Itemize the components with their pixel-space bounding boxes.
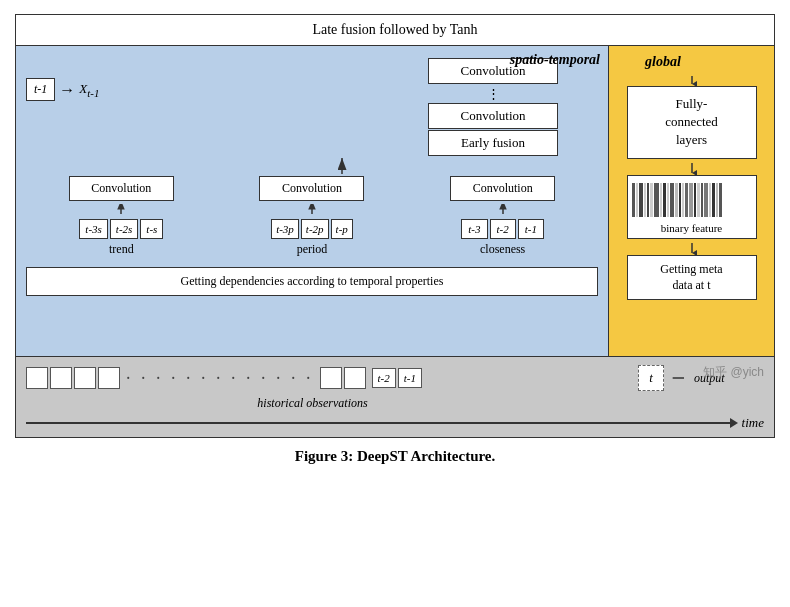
input-var: Xt-1: [79, 81, 99, 99]
watermark: 知乎 @yich: [703, 364, 764, 381]
spatio-temporal-label: spatio-temporal: [510, 52, 600, 68]
closeness-time-boxes: t-3 t-2 t-1: [461, 219, 544, 239]
conv-box-2: Convolution: [428, 103, 558, 129]
input-section: t-1 → Xt-1: [26, 78, 99, 107]
trend-conv: Convolution: [69, 176, 174, 201]
binary-feature-container: binary feature: [627, 175, 757, 239]
barcode: [632, 180, 752, 220]
time-arrow-row: time: [16, 413, 774, 437]
closeness-t2: t-2: [490, 219, 516, 239]
fc-box: Fully-connectedlayers: [627, 86, 757, 159]
arrow-right: →: [59, 81, 75, 99]
t-dashed-box: t: [638, 365, 664, 391]
conv-dots: ⋮: [487, 85, 500, 103]
trend-t3: t-s: [140, 219, 163, 239]
top-label: Late fusion followed by Tanh: [312, 22, 477, 37]
closeness-t3: t-1: [518, 219, 544, 239]
top-bar: Late fusion followed by Tanh: [16, 15, 774, 46]
period-t1: t-3p: [271, 219, 299, 239]
period-t2: t-2p: [301, 219, 329, 239]
spatio-temporal-section: spatio-temporal t-1 → Xt-1: [16, 46, 609, 356]
getting-meta-box: Getting metadata at t: [627, 255, 757, 301]
period-col: Convolution t-3p t-2p t-p period: [259, 176, 364, 257]
hist-label: historical observations: [257, 396, 367, 410]
figure-caption: Figure 3: DeepST Architecture.: [295, 448, 496, 465]
trend-t1: t-3s: [79, 219, 108, 239]
closeness-t1: t-3: [461, 219, 487, 239]
early-fusion-box: Early fusion: [428, 130, 558, 156]
conv-stack: Convolution ⋮ Convolution Early fusion: [428, 58, 558, 156]
diagram-container: Late fusion followed by Tanh spatio-temp…: [15, 14, 775, 438]
dots: · · · · · · · · · · · · ·: [126, 368, 314, 389]
closeness-conv: Convolution: [450, 176, 555, 201]
historical-row: · · · · · · · · · · · · · t-2 t-1 t outp…: [16, 356, 774, 393]
trend-t2: t-2s: [110, 219, 139, 239]
input-box: t-1: [26, 78, 55, 101]
three-columns: Convolution t-3s t-2s t-s trend C: [26, 176, 598, 257]
closeness-label: closeness: [480, 242, 525, 257]
trend-label: trend: [109, 242, 134, 257]
period-time-boxes: t-3p t-2p t-p: [271, 219, 353, 239]
trend-col: Convolution t-3s t-2s t-s trend: [69, 176, 174, 257]
time-label: time: [742, 415, 764, 431]
global-section: global Fully-connectedlayers: [609, 46, 774, 356]
binary-feature-label: binary feature: [632, 222, 752, 234]
global-label: global: [645, 54, 681, 70]
trend-time-boxes: t-3s t-2s t-s: [79, 219, 163, 239]
period-conv: Convolution: [259, 176, 364, 201]
closeness-col: Convolution t-3 t-2 t-1 closeness: [450, 176, 555, 257]
period-t3: t-p: [331, 219, 353, 239]
dep-bar: Getting dependencies according to tempor…: [26, 267, 598, 296]
period-label: period: [297, 242, 328, 257]
